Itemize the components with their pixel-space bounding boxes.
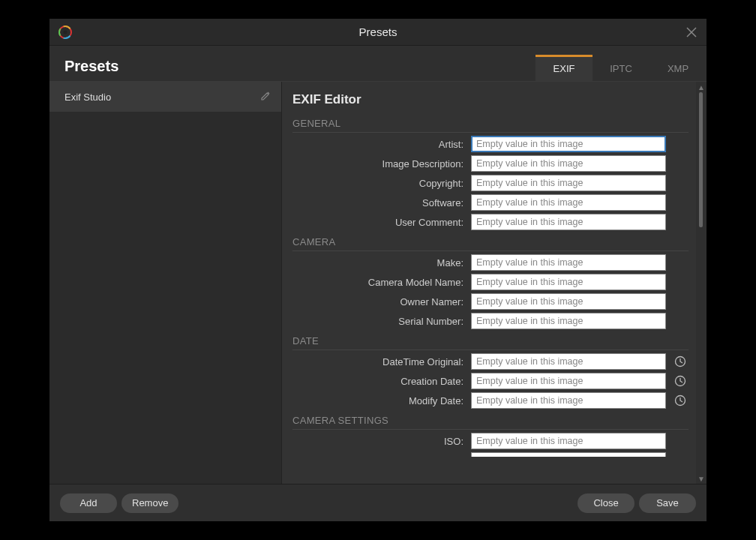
scroll-down-icon[interactable]: ▼ xyxy=(698,475,705,482)
scroll-thumb[interactable] xyxy=(699,92,703,227)
edit-pencil-icon[interactable] xyxy=(260,91,271,104)
footer: Add Remove Close Save xyxy=(50,484,706,521)
input-artist[interactable] xyxy=(471,136,666,152)
input-datetime-original[interactable] xyxy=(471,353,666,370)
field-next-partial xyxy=(292,452,688,457)
close-button[interactable]: Close xyxy=(578,494,634,513)
field-image-description: Image Description: xyxy=(292,155,688,172)
field-serial-number: Serial Number: xyxy=(292,313,688,329)
label-artist: Artist: xyxy=(292,139,465,150)
section-general: GENERAL xyxy=(292,118,688,133)
section-camera-settings: CAMERA SETTINGS xyxy=(292,415,688,430)
editor-panel: EXIF Editor GENERAL Artist: Image Descri… xyxy=(282,82,706,484)
sidebar: Exif Studio xyxy=(50,82,282,484)
titlebar: Presets xyxy=(50,19,706,46)
editor-scroll[interactable]: EXIF Editor GENERAL Artist: Image Descri… xyxy=(282,82,696,484)
close-icon[interactable] xyxy=(684,25,699,40)
input-modify-date[interactable] xyxy=(471,392,666,409)
label-iso: ISO: xyxy=(292,436,465,447)
sidebar-item-label: Exif Studio xyxy=(64,92,111,103)
remove-button[interactable]: Remove xyxy=(122,494,178,513)
field-modify-date: Modify Date: xyxy=(292,392,688,409)
tabs: EXIF IPTC XMP xyxy=(536,46,706,81)
field-copyright: Copyright: xyxy=(292,175,688,191)
clock-icon[interactable] xyxy=(672,373,688,389)
tab-exif[interactable]: EXIF xyxy=(536,55,592,81)
input-user-comment[interactable] xyxy=(471,214,666,230)
scrollbar[interactable]: ▲ ▼ xyxy=(696,82,706,484)
section-date: DATE xyxy=(292,335,688,350)
label-software: Software: xyxy=(292,197,465,208)
input-camera-model-name[interactable] xyxy=(471,274,666,290)
tab-iptc[interactable]: IPTC xyxy=(592,55,650,81)
input-creation-date[interactable] xyxy=(471,373,666,389)
label-user-comment: User Comment: xyxy=(292,217,465,228)
label-creation-date: Creation Date: xyxy=(292,376,465,387)
scroll-up-icon[interactable]: ▲ xyxy=(698,83,705,91)
clock-icon[interactable] xyxy=(672,353,688,370)
input-partial[interactable] xyxy=(471,452,666,457)
input-make[interactable] xyxy=(471,254,666,271)
presets-dialog: Presets Presets EXIF IPTC XMP Exif Studi… xyxy=(50,19,706,521)
label-datetime-original: DateTime Original: xyxy=(292,356,465,368)
clock-icon[interactable] xyxy=(672,392,688,409)
label-image-description: Image Description: xyxy=(292,158,465,170)
body: Exif Studio EXIF Editor GENERAL Artist: … xyxy=(50,82,706,484)
field-datetime-original: DateTime Original: xyxy=(292,353,688,370)
field-owner-namer: Owner Namer: xyxy=(292,293,688,310)
tab-xmp[interactable]: XMP xyxy=(650,55,706,81)
editor-title: EXIF Editor xyxy=(292,92,688,107)
input-owner-namer[interactable] xyxy=(471,293,666,310)
dialog-title: Presets xyxy=(50,26,706,38)
svg-point-4 xyxy=(64,30,68,34)
input-iso[interactable] xyxy=(471,433,666,449)
input-copyright[interactable] xyxy=(471,175,666,191)
label-make: Make: xyxy=(292,257,465,268)
field-artist: Artist: xyxy=(292,136,688,152)
field-creation-date: Creation Date: xyxy=(292,373,688,389)
label-camera-model-name: Camera Model Name: xyxy=(292,277,465,288)
page-title: Presets xyxy=(50,58,282,81)
field-camera-model-name: Camera Model Name: xyxy=(292,274,688,290)
label-owner-namer: Owner Namer: xyxy=(292,296,465,308)
label-serial-number: Serial Number: xyxy=(292,316,465,327)
input-software[interactable] xyxy=(471,194,666,211)
label-copyright: Copyright: xyxy=(292,178,465,189)
input-image-description[interactable] xyxy=(471,155,666,172)
add-button[interactable]: Add xyxy=(60,494,117,513)
input-serial-number[interactable] xyxy=(471,313,666,329)
app-logo-icon xyxy=(58,26,72,39)
field-make: Make: xyxy=(292,254,688,271)
header-row: Presets EXIF IPTC XMP xyxy=(50,46,706,82)
label-modify-date: Modify Date: xyxy=(292,395,465,406)
section-camera: CAMERA xyxy=(292,236,688,251)
field-software: Software: xyxy=(292,194,688,211)
field-user-comment: User Comment: xyxy=(292,214,688,230)
field-iso: ISO: xyxy=(292,433,688,449)
save-button[interactable]: Save xyxy=(639,494,696,513)
sidebar-item-preset[interactable]: Exif Studio xyxy=(50,82,281,112)
